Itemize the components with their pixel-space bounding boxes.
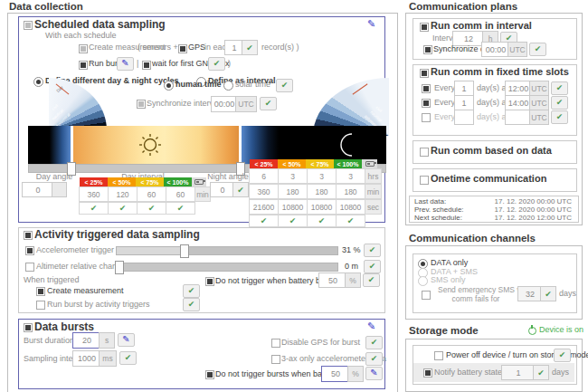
sms-only-radio[interactable]: [418, 276, 428, 286]
notify-battery-checkbox[interactable]: [423, 368, 432, 378]
day-angle-input[interactable]: 0: [22, 182, 54, 197]
night-val-min-0[interactable]: 360: [249, 184, 279, 199]
slot-1-confirm[interactable]: ✔: [551, 96, 568, 110]
sampling-interval-input[interactable]: 1000: [72, 350, 101, 367]
gps-checkbox[interactable]: [178, 44, 187, 53]
slot-1-time-input[interactable]: 14:00: [505, 95, 532, 110]
night-val-min-3[interactable]: 180: [336, 184, 365, 199]
notify-battery-input[interactable]: 1: [501, 365, 536, 380]
trigger-create-checkbox[interactable]: [36, 287, 45, 296]
activity-battery-input[interactable]: 50: [318, 272, 347, 288]
gnss-fix-checkbox[interactable]: [142, 61, 151, 70]
solar-time-radio[interactable]: [223, 81, 233, 91]
altimeter-slider-handle[interactable]: [115, 261, 124, 274]
comm-slots-checkbox[interactable]: [420, 69, 429, 78]
burst-duration-edit-button[interactable]: ✎: [118, 333, 135, 347]
night-val-hrs-0[interactable]: 6: [249, 168, 279, 184]
trigger-burst-confirm[interactable]: ✔: [183, 298, 200, 311]
time-mode-confirm-button[interactable]: ✔: [276, 79, 293, 92]
accelerometer-slider-handle[interactable]: [180, 244, 189, 258]
sync-daily-checkbox[interactable]: [423, 45, 432, 54]
scheduled-sampling-checkbox[interactable]: [24, 21, 33, 30]
day-val-0[interactable]: 360: [79, 186, 109, 202]
night-val-sec-0[interactable]: 21600: [249, 199, 279, 215]
accelerometer-confirm-button[interactable]: ✔: [364, 244, 381, 257]
disable-gps-checkbox[interactable]: [271, 339, 280, 348]
power-off-confirm[interactable]: ✔: [554, 349, 571, 362]
three-ax-confirm[interactable]: ✔: [365, 352, 383, 366]
day-night-cycles-radio[interactable]: [33, 77, 43, 87]
activity-battery-checkbox[interactable]: [205, 277, 214, 286]
trigger-create-confirm[interactable]: ✔: [183, 284, 200, 298]
slot-0-days-input[interactable]: 1: [454, 81, 474, 96]
day-confirm-3[interactable]: ✔: [166, 202, 195, 215]
night-val-sec-1[interactable]: 10800: [278, 199, 308, 215]
slot-1-days-input[interactable]: 1: [454, 95, 474, 110]
activity-sampling-checkbox[interactable]: [24, 231, 33, 240]
sync-time-input[interactable]: 00:00: [211, 96, 238, 112]
slot-2-confirm[interactable]: ✔: [551, 110, 568, 124]
accelerometer-slider[interactable]: [116, 246, 338, 255]
emergency-sms-checkbox[interactable]: [422, 291, 431, 300]
night-val-sec-2[interactable]: 10800: [307, 199, 337, 215]
day-confirm-2[interactable]: ✔: [137, 202, 166, 215]
slot-0-checkbox[interactable]: [422, 84, 431, 93]
night-val-sec-3[interactable]: 10800: [336, 199, 365, 215]
data-bursts-checkbox[interactable]: [24, 323, 33, 332]
night-confirm-0[interactable]: ✔: [249, 215, 279, 227]
altimeter-slider[interactable]: [116, 263, 338, 272]
burst-battery-edit-button[interactable]: ✎: [365, 367, 383, 380]
day-val-3[interactable]: 60: [166, 186, 195, 202]
edit-pencil-icon[interactable]: ✎: [367, 18, 375, 30]
burst-battery-checkbox[interactable]: [205, 370, 214, 379]
burst-duration-input[interactable]: 20: [72, 332, 101, 349]
power-off-checkbox[interactable]: [434, 351, 443, 360]
comm-data-checkbox[interactable]: [420, 148, 429, 157]
notify-battery-confirm[interactable]: ✔: [533, 365, 549, 380]
day-val-1[interactable]: 120: [108, 186, 138, 202]
run-burst-checkbox[interactable]: [79, 61, 88, 70]
sampling-interval-confirm[interactable]: ✔: [119, 351, 137, 365]
slot-2-checkbox[interactable]: [422, 113, 431, 122]
slot-0-confirm[interactable]: ✔: [551, 81, 568, 95]
onetime-comm-checkbox[interactable]: [420, 176, 429, 185]
night-angle-input[interactable]: 0: [210, 182, 235, 197]
records-confirm-button[interactable]: ✔: [242, 40, 258, 55]
sync-intervals-checkbox[interactable]: [137, 100, 146, 109]
day-confirm-1[interactable]: ✔: [108, 202, 138, 215]
day-val-2[interactable]: 60: [137, 186, 166, 202]
sync-daily-confirm[interactable]: ✔: [529, 43, 546, 56]
trigger-burst-checkbox[interactable]: [36, 301, 45, 310]
night-val-hrs-1[interactable]: 3: [278, 168, 308, 184]
sync-daily-time-input[interactable]: 00:00: [481, 42, 510, 57]
data-bursts-edit-icon[interactable]: ✎: [367, 320, 375, 332]
sync-confirm-button[interactable]: ✔: [260, 97, 277, 110]
comm-interval-checkbox[interactable]: [420, 23, 429, 32]
slot-2-days-input[interactable]: [454, 110, 474, 125]
altimeter-checkbox[interactable]: [25, 263, 34, 272]
gnss-confirm-button[interactable]: ✔: [208, 57, 225, 71]
emergency-confirm[interactable]: ✔: [540, 286, 556, 301]
altimeter-confirm-button[interactable]: ✔: [364, 260, 381, 273]
disable-gps-confirm[interactable]: ✔: [365, 336, 383, 349]
night-confirm-1[interactable]: ✔: [278, 215, 308, 227]
emergency-days-input[interactable]: 32: [517, 286, 543, 301]
human-time-radio[interactable]: [164, 81, 174, 91]
run-burst-edit-button[interactable]: ✎: [117, 57, 134, 71]
accelerometer-checkbox[interactable]: [25, 246, 34, 255]
slot-0-time-input[interactable]: 12:00: [505, 81, 532, 96]
activity-battery-confirm[interactable]: ✔: [363, 273, 380, 287]
night-confirm-2[interactable]: ✔: [307, 215, 337, 227]
night-val-hrs-3[interactable]: 3: [336, 168, 365, 184]
night-val-hrs-2[interactable]: 3: [307, 168, 337, 184]
create-measurement-checkbox[interactable]: [79, 44, 88, 53]
night-angle-confirm[interactable]: ✔: [232, 182, 249, 197]
slot-1-checkbox[interactable]: [422, 99, 431, 108]
night-val-min-2[interactable]: 180: [307, 184, 337, 199]
night-confirm-3[interactable]: ✔: [336, 215, 365, 227]
burst-battery-input[interactable]: 50: [321, 366, 350, 382]
slot-2-time-input[interactable]: [505, 110, 532, 125]
night-val-min-1[interactable]: 180: [278, 184, 308, 199]
three-ax-checkbox[interactable]: [271, 355, 280, 364]
day-confirm-0[interactable]: ✔: [79, 202, 109, 215]
